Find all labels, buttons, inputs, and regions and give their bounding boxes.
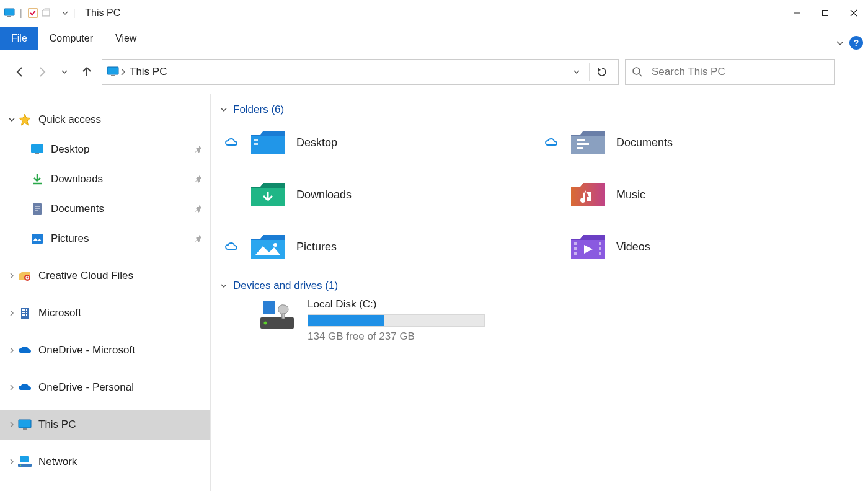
chevron-down-icon[interactable] (219, 281, 228, 290)
chevron-right-icon[interactable] (6, 421, 17, 428)
chevron-right-icon[interactable] (6, 347, 17, 354)
nav-back-button[interactable] (14, 66, 26, 78)
close-button[interactable] (839, 3, 868, 23)
sidebar-item-network[interactable]: Network (0, 447, 210, 477)
sidebar-item-onedrive-microsoft[interactable]: OneDrive - Microsoft (0, 335, 210, 365)
section-devices-header[interactable]: Devices and drives (1) (219, 280, 859, 292)
section-folders-label: Folders (6) (233, 104, 284, 116)
window-controls (782, 3, 868, 23)
main: Quick access Desktop Downloads Doc (0, 94, 868, 491)
ribbon-right: ? (835, 36, 868, 50)
svg-rect-22 (22, 309, 24, 311)
chevron-right-icon[interactable] (6, 272, 17, 280)
tab-view[interactable]: View (104, 27, 148, 50)
svg-rect-1 (7, 16, 11, 17)
drive-usage-fill (308, 315, 384, 326)
nav-history-dropdown[interactable] (58, 66, 71, 78)
folder-item-music[interactable]: Music (539, 174, 859, 215)
onedrive-icon (17, 380, 32, 395)
sidebar-item-quick-access[interactable]: Quick access (0, 105, 210, 135)
folder-label: Downloads (296, 188, 352, 201)
tab-file[interactable]: File (0, 27, 38, 50)
search-input[interactable] (652, 66, 828, 78)
sidebar-item-label: Pictures (51, 232, 89, 245)
svg-rect-58 (282, 314, 285, 319)
folder-item-downloads[interactable]: Downloads (219, 174, 539, 215)
cloud-sync-icon (543, 138, 559, 148)
address-bar[interactable]: This PC (102, 59, 619, 85)
music-folder-icon (568, 180, 608, 210)
network-icon (17, 454, 32, 469)
search-box[interactable] (625, 59, 835, 85)
folder-item-documents[interactable]: Documents (539, 122, 859, 163)
svg-point-35 (20, 465, 21, 466)
sidebar-item-label: OneDrive - Personal (38, 381, 134, 394)
sidebar-item-microsoft[interactable]: Microsoft (0, 298, 210, 328)
chevron-right-icon[interactable] (6, 309, 17, 317)
folder-item-pictures[interactable]: Pictures (219, 226, 539, 267)
sidebar-item-this-pc[interactable]: This PC (0, 410, 210, 440)
svg-rect-0 (4, 9, 14, 15)
nav-up-button[interactable] (81, 66, 93, 78)
refresh-button[interactable] (590, 60, 614, 84)
folder-dropdown-icon[interactable] (41, 7, 62, 19)
section-folders-header[interactable]: Folders (6) (219, 104, 859, 116)
svg-point-45 (273, 243, 277, 247)
svg-rect-31 (19, 420, 31, 428)
svg-rect-26 (24, 312, 25, 313)
pictures-folder-icon (248, 232, 288, 262)
pictures-icon (30, 231, 45, 246)
drive-item-local-disk[interactable]: Local Disk (C:) 134 GB free of 237 GB (219, 298, 859, 343)
chevron-right-icon[interactable] (6, 384, 17, 391)
svg-rect-40 (577, 139, 585, 141)
chevron-down-icon[interactable] (219, 105, 228, 114)
ribbon-chevron-down-icon[interactable] (835, 37, 846, 48)
checkmark-icon[interactable] (27, 7, 38, 19)
help-button[interactable]: ? (849, 36, 863, 50)
address-dropdown-button[interactable] (564, 60, 589, 84)
chevron-right-icon[interactable] (6, 458, 17, 466)
building-icon (17, 306, 32, 321)
desktop-folder-icon (248, 128, 288, 157)
desktop-icon (30, 142, 45, 157)
maximize-button[interactable] (811, 3, 839, 23)
sidebar-item-label: Desktop (51, 143, 89, 156)
sidebar-item-documents[interactable]: Documents (0, 194, 210, 224)
folder-item-videos[interactable]: Videos (539, 226, 859, 267)
drive-free-text: 134 GB free of 237 GB (308, 330, 485, 343)
address-monitor-icon (106, 66, 120, 77)
svg-rect-41 (577, 143, 589, 145)
section-devices-label: Devices and drives (1) (233, 280, 338, 292)
svg-rect-23 (24, 309, 25, 311)
pin-icon (194, 175, 203, 184)
sidebar-item-label: Creative Cloud Files (38, 270, 133, 282)
sidebar-item-label: Microsoft (38, 307, 81, 319)
star-icon (17, 112, 32, 127)
sidebar-item-desktop[interactable]: Desktop (0, 135, 210, 164)
chevron-down-icon[interactable] (6, 116, 17, 123)
sidebar-item-creative-cloud[interactable]: Creative Cloud Files (0, 261, 210, 291)
svg-rect-24 (26, 309, 27, 311)
breadcrumb-chevron-icon[interactable] (120, 68, 126, 76)
svg-rect-37 (254, 139, 258, 141)
titlebar-separator: | (20, 8, 22, 18)
creative-cloud-icon (17, 268, 32, 283)
nav-forward-button[interactable] (36, 66, 48, 78)
svg-rect-33 (20, 456, 29, 462)
folder-item-desktop[interactable]: Desktop (219, 122, 539, 163)
svg-rect-56 (263, 301, 268, 307)
sidebar-item-pictures[interactable]: Pictures (0, 224, 210, 254)
pin-icon (194, 145, 203, 154)
breadcrumb-this-pc[interactable]: This PC (126, 66, 170, 78)
tab-computer[interactable]: Computer (38, 27, 104, 50)
svg-rect-3 (43, 11, 49, 15)
svg-rect-47 (574, 242, 577, 245)
svg-rect-32 (23, 428, 27, 430)
documents-folder-icon (568, 128, 608, 157)
dropdown-caret-icon[interactable] (62, 10, 68, 16)
sidebar-item-downloads[interactable]: Downloads (0, 164, 210, 194)
sidebar: Quick access Desktop Downloads Doc (0, 94, 211, 491)
svg-line-11 (639, 74, 642, 76)
minimize-button[interactable] (782, 3, 811, 23)
sidebar-item-onedrive-personal[interactable]: OneDrive - Personal (0, 373, 210, 402)
